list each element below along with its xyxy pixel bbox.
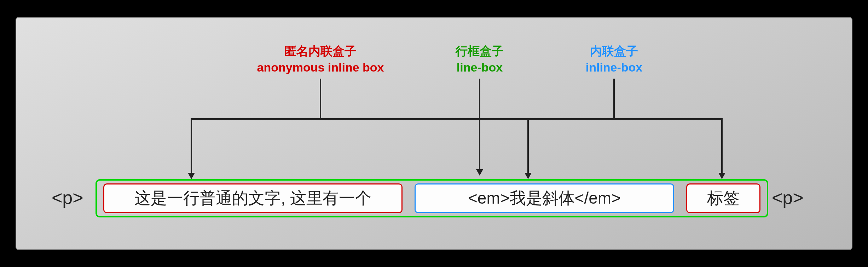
arrow-head-anon1 — [188, 173, 195, 179]
arrow-horizontal-bar — [191, 118, 723, 120]
anonymous-inline-box-1: 这是一行普通的文字, 这里有一个 — [103, 183, 403, 213]
anon2-text: 标签 — [707, 187, 740, 209]
arrow-stem-anon — [320, 79, 321, 119]
anonymous-inline-box-2: 标签 — [686, 183, 760, 213]
label-anon-en: anonymous inline box — [236, 59, 405, 76]
arrow-drop-anon1 — [191, 118, 192, 174]
arrow-head-anon2 — [718, 173, 725, 179]
arrow-stem-linebox — [479, 79, 480, 170]
label-line-box: 行框盒子 line-box — [441, 43, 519, 76]
arrow-stem-inlinebox — [613, 79, 615, 119]
arrow-drop-inline — [527, 118, 529, 174]
arrow-head-inline — [525, 173, 532, 179]
p-close-tag: <p> — [772, 187, 804, 208]
arrow-head-linebox — [476, 169, 483, 176]
p-open-tag: <p> — [52, 187, 83, 208]
label-inlinebox-en: inline-box — [572, 59, 656, 76]
inline-box-em: <em>我是斜体</em> — [415, 183, 674, 213]
em-text: <em>我是斜体</em> — [468, 187, 621, 209]
anon1-text: 这是一行普通的文字, 这里有一个 — [134, 187, 371, 209]
label-linebox-cn: 行框盒子 — [441, 43, 519, 59]
label-anonymous-inline-box: 匿名内联盒子 anonymous inline box — [236, 43, 405, 76]
label-linebox-en: line-box — [441, 59, 519, 76]
label-inline-box: 内联盒子 inline-box — [572, 43, 656, 76]
label-inlinebox-cn: 内联盒子 — [572, 43, 656, 59]
diagram-canvas: 匿名内联盒子 anonymous inline box 行框盒子 line-bo… — [16, 17, 852, 250]
arrow-drop-anon2 — [721, 118, 723, 174]
label-anon-cn: 匿名内联盒子 — [236, 43, 405, 59]
